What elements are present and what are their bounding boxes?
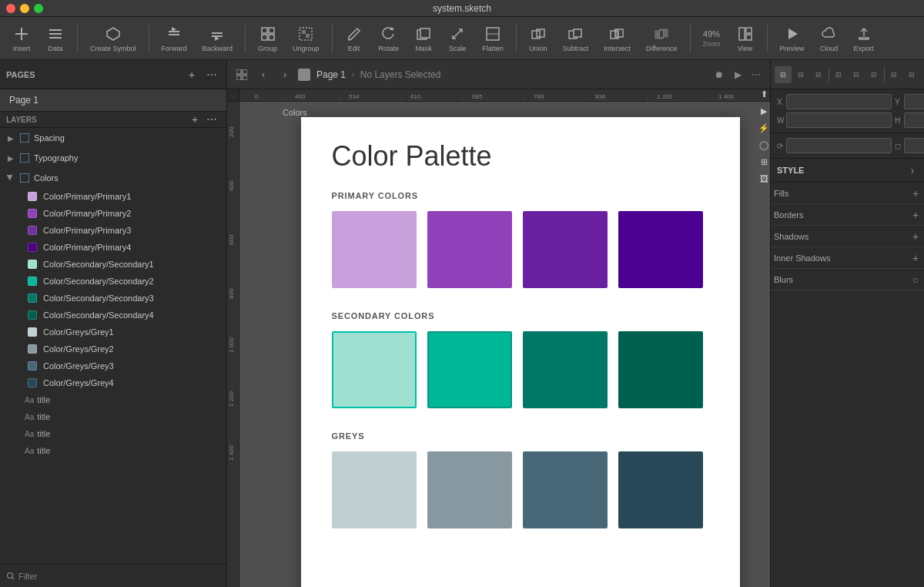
play-button[interactable]: ▶	[730, 67, 745, 82]
difference-tool[interactable]: Difference	[640, 22, 684, 55]
layer-item-cg3[interactable]: Color/Greys/Grey3	[0, 357, 226, 374]
image-action-icon[interactable]: 🖼	[758, 173, 770, 185]
record-button[interactable]: ⏺	[711, 67, 727, 82]
h-input[interactable]	[904, 112, 924, 128]
maximize-button[interactable]	[34, 4, 43, 13]
secondary-colors-title: SECONDARY COLORS	[332, 311, 709, 320]
union-tool[interactable]: Union	[523, 22, 554, 55]
page-item-1[interactable]: Page 1	[0, 89, 226, 111]
export-tool[interactable]: Export	[848, 22, 880, 55]
mask-tool[interactable]: Mask	[408, 22, 439, 55]
layer-label-cp1: Color/Primary/Primary1	[43, 192, 226, 201]
layer-item-title2[interactable]: Aa title	[0, 408, 226, 425]
back-button[interactable]: ‹	[255, 66, 272, 83]
style-item-fills[interactable]: Fills +	[771, 183, 924, 204]
layer-label-title2: title	[37, 412, 226, 421]
inspector-tab-dist-v[interactable]: ⊟	[903, 66, 920, 83]
inspector-tab-dist-h[interactable]: ⊟	[886, 66, 902, 83]
inspector-tab-align-right[interactable]: ⊟	[810, 66, 827, 83]
minimize-button[interactable]	[20, 4, 29, 13]
add-page-button[interactable]: +	[183, 66, 200, 83]
layer-item-cp4[interactable]: Color/Primary/Primary4	[0, 239, 226, 256]
lightning-icon[interactable]: ⚡	[758, 122, 770, 134]
zoom-control[interactable]: 49% Zoom	[697, 26, 727, 51]
grid-action-icon[interactable]: ⊞	[758, 156, 770, 168]
zoom-label: Zoom	[703, 40, 721, 48]
ungroup-tool[interactable]: Ungroup	[286, 22, 326, 55]
radius-input[interactable]	[904, 138, 924, 153]
style-item-shadows[interactable]: Shadows +	[771, 226, 924, 247]
preview-tool[interactable]: Preview	[774, 22, 811, 55]
view-tool[interactable]: View	[730, 22, 761, 55]
layer-item-title4[interactable]: Aa title	[0, 442, 226, 459]
inspector-tab-align-mid[interactable]: ⊟	[848, 66, 865, 83]
layer-group-typography[interactable]: ▶ Typography	[0, 148, 226, 168]
color-swatch-cg4	[28, 378, 37, 387]
inspector-tab-align-bot[interactable]: ⊟	[865, 66, 882, 83]
group-tool[interactable]: Group	[252, 22, 283, 55]
layer-label-cg4: Color/Greys/Grey4	[43, 378, 226, 387]
scale-tool[interactable]: Scale	[442, 22, 473, 55]
primary-swatch-1	[332, 211, 417, 288]
layer-item-cg1[interactable]: Color/Greys/Grey1	[0, 324, 226, 340]
blurs-toggle[interactable]: ○	[910, 274, 921, 285]
upload-icon[interactable]: ⬆	[758, 88, 770, 100]
svg-text:200: 200	[228, 126, 235, 137]
layer-item-cs2[interactable]: Color/Secondary/Secondary2	[0, 273, 226, 290]
style-expand-button[interactable]: ›	[907, 165, 918, 176]
layer-label-cs1: Color/Secondary/Secondary1	[43, 260, 226, 269]
edit-tool[interactable]: Edit	[339, 22, 370, 55]
angle-input[interactable]	[786, 138, 892, 153]
play-action-icon[interactable]: ▶	[758, 105, 770, 117]
inspector-tab-align-left[interactable]: ⊟	[775, 66, 792, 83]
inspector-tab-align-center[interactable]: ⊟	[792, 66, 809, 83]
layer-item-cg2[interactable]: Color/Greys/Grey2	[0, 340, 226, 357]
x-input[interactable]	[786, 94, 892, 109]
forward-nav-button[interactable]: ›	[276, 66, 293, 83]
layer-group-spacing[interactable]: ▶ Spacing	[0, 128, 226, 148]
rotate-tool[interactable]: Rotate	[373, 22, 406, 55]
flatten-icon	[484, 25, 502, 43]
intersect-tool[interactable]: Intersect	[598, 22, 637, 55]
forward-icon	[165, 25, 183, 43]
style-item-inner-shadows[interactable]: Inner Shadows +	[771, 247, 924, 269]
transform-section: ⟳ ◻	[771, 133, 924, 159]
inspector-tab-divider1	[829, 68, 829, 82]
layer-item-title3[interactable]: Aa title	[0, 425, 226, 442]
y-input[interactable]	[904, 94, 924, 109]
svg-text:460: 460	[295, 93, 306, 100]
subtract-tool[interactable]: Subtract	[557, 22, 595, 55]
layers-menu-button[interactable]: ⋯	[203, 111, 220, 128]
window-controls[interactable]	[6, 4, 43, 13]
pages-label: PAGES	[6, 70, 180, 79]
page-item-label: Page 1	[9, 95, 38, 106]
more-button[interactable]: ⋯	[748, 67, 764, 82]
layer-item-cg4[interactable]: Color/Greys/Grey4	[0, 374, 226, 391]
w-input[interactable]	[786, 112, 892, 128]
layer-group-colors[interactable]: ▶ Colors	[0, 168, 226, 188]
layer-item-title1[interactable]: Aa title	[0, 391, 226, 408]
pages-menu-button[interactable]: ⋯	[203, 66, 220, 83]
flatten-tool[interactable]: Flatten	[476, 22, 510, 55]
add-layer-button[interactable]: +	[186, 111, 203, 128]
style-item-borders[interactable]: Borders +	[771, 204, 924, 226]
breadcrumb-page[interactable]: Page 1	[316, 69, 346, 80]
forward-tool[interactable]: Forward	[156, 22, 193, 55]
backward-tool[interactable]: Backward	[196, 22, 239, 55]
canvas-scroll[interactable]: Colors Color Palette PRIMARY COLORS	[239, 102, 770, 587]
layer-item-cs1[interactable]: Color/Secondary/Secondary1	[0, 256, 226, 273]
layer-item-cs4[interactable]: Color/Secondary/Secondary4	[0, 307, 226, 324]
cloud-tool[interactable]: Cloud	[814, 22, 845, 55]
grid-view-button[interactable]	[233, 66, 250, 83]
inspector-tab-align-top[interactable]: ⊟	[830, 66, 847, 83]
style-item-blurs[interactable]: Blurs ○	[771, 269, 924, 290]
layer-item-cp1[interactable]: Color/Primary/Primary1	[0, 188, 226, 205]
insert-tool[interactable]: Insert	[6, 22, 37, 55]
layer-item-cp3[interactable]: Color/Primary/Primary3	[0, 222, 226, 239]
close-button[interactable]	[6, 4, 15, 13]
create-symbol-tool[interactable]: Create Symbol	[84, 22, 142, 55]
layer-item-cs3[interactable]: Color/Secondary/Secondary3	[0, 290, 226, 307]
layer-item-cp2[interactable]: Color/Primary/Primary2	[0, 205, 226, 222]
circle-action-icon[interactable]: ◯	[758, 139, 770, 151]
data-tool[interactable]: Data	[40, 22, 71, 55]
